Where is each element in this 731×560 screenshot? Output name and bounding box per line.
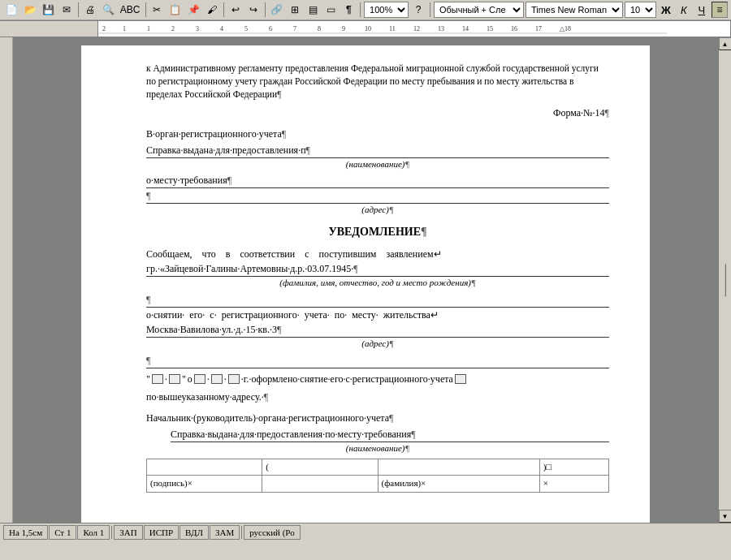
spell-button[interactable]: ABC (119, 2, 142, 18)
document-page: к Административному регламенту предостав… (81, 45, 650, 523)
sep5 (360, 2, 361, 17)
field-box-5 (228, 374, 240, 384)
vdl-status: ВДЛ (180, 525, 209, 540)
grazh-text: гр.·«Зайцевой·Галины·Артемовны·д.р.·03.0… (146, 263, 353, 274)
status-div-2 (241, 526, 242, 539)
redo-button[interactable]: ↪ (245, 2, 262, 18)
table-cell-4: )□ (539, 459, 608, 475)
title-text: УВЕДОМЛЕНИЕ (328, 226, 421, 238)
copy-button[interactable]: 📋 (167, 2, 184, 18)
vertical-ruler (0, 37, 13, 523)
vdl-label: ВДЛ (185, 528, 203, 537)
table-cell-7: (фамилия)× (378, 476, 539, 492)
organ-block: В·орган·регистрационного·учета¶ (146, 127, 609, 141)
svg-text:12: 12 (413, 25, 420, 32)
table-button[interactable]: ⊞ (287, 2, 303, 18)
nachalnik-text: Начальник·(руководитель)·органа·регистра… (146, 412, 389, 424)
format-painter[interactable]: 🖌 (204, 2, 220, 18)
page-label: На 1,5см (9, 528, 42, 537)
checkbox-row-block: " · " о · · ·г.·оформлено·снятие·его·с·р… (146, 372, 609, 386)
email-button[interactable]: ✉ (58, 2, 75, 18)
naim2-block: (наименование)¶ (146, 442, 609, 454)
open-button[interactable]: 📂 (22, 2, 39, 18)
font-dropdown[interactable]: Times New Roman (526, 2, 623, 18)
zoom-help[interactable]: ? (410, 2, 426, 18)
paste-button[interactable]: 📌 (185, 2, 202, 18)
svg-text:8: 8 (318, 25, 321, 32)
save-button[interactable]: 💾 (40, 2, 57, 18)
svg-text:2: 2 (102, 25, 106, 32)
size-dropdown[interactable]: 10 (625, 2, 656, 18)
italic-button[interactable]: К (676, 2, 692, 18)
table-cell-8: × (539, 476, 608, 492)
spravka-line1-text: Справка·выдана·для·предоставления·п (146, 144, 306, 156)
row-label: Кол 1 (83, 528, 104, 537)
svg-text:3: 3 (196, 25, 199, 32)
document-area[interactable]: к Административному регламенту предостав… (13, 37, 718, 523)
adres2-label-block: (адрес)¶ (146, 338, 609, 350)
main-area: к Административному регламенту предостав… (0, 37, 731, 523)
status-bar: На 1,5см Ст 1 Кол 1 ЗАП ИСПР ВДЛ ЗАМ рус… (0, 523, 731, 541)
para-2: ¶ (146, 292, 609, 308)
osnatii-block: о·снятии· его· с· регистрационного· учет… (146, 308, 609, 322)
naimenovanie-text: (наименование) (346, 159, 405, 169)
grazh-block: гр.·«Зайцевой·Галины·Артемовны·д.р.·03.0… (146, 261, 609, 277)
naim2-text: (наименование) (346, 443, 405, 453)
svg-text:6: 6 (269, 25, 272, 32)
cut-button[interactable]: ✂ (149, 2, 165, 18)
zoom-dropdown[interactable]: 100% (364, 2, 409, 18)
naimenovanie-block: (наименование)¶ (146, 158, 609, 170)
columns-button[interactable]: ▤ (305, 2, 321, 18)
header-text: к Административному регламенту предостав… (146, 63, 599, 99)
spravka-line2-text: Справка·выдана·для·предоставления·по·мес… (171, 429, 411, 440)
scroll-down-button[interactable]: ▼ (719, 510, 732, 523)
new-button[interactable]: 📄 (3, 2, 20, 18)
bold-button[interactable]: Ж (658, 2, 674, 18)
underline-button[interactable]: Ч (694, 2, 710, 18)
field-box-6 (455, 374, 466, 384)
quote-close: " (182, 372, 186, 386)
miestu-block: о·месту·требования¶ (146, 173, 609, 188)
scroll-thumb[interactable] (725, 264, 726, 296)
soobsh-block: Сообщаем, что в соответствии с поступивш… (146, 247, 609, 261)
para-line-1: ¶ (146, 188, 609, 204)
adr2-text: Москва·Вавилова·ул.·д.·15·кв.·3 (146, 324, 277, 335)
preview-button[interactable]: 🔍 (100, 2, 117, 18)
spravka-line2-block: Справка·выдана·для·предоставления·по·мес… (171, 427, 609, 442)
vertical-scrollbar[interactable]: ▲ ▼ (718, 37, 731, 523)
bottom-text: по·вышеуказанному·адресу.· (146, 391, 264, 403)
page-status: На 1,5см (3, 525, 48, 540)
svg-text:16: 16 (511, 25, 517, 32)
podpis-label: (подпись)× (150, 478, 192, 488)
sep4 (265, 2, 266, 17)
sep1 (78, 2, 79, 17)
print-button[interactable]: 🖨 (82, 2, 98, 18)
svg-text:13: 13 (438, 25, 444, 32)
hyperlink-button[interactable]: 🔗 (269, 2, 286, 18)
g-text: ·г.·оформлено·снятие·его·с·регистрационн… (241, 372, 453, 386)
status-div-1 (111, 526, 112, 539)
ispr-label: ИСПР (149, 528, 173, 537)
svg-text:1: 1 (123, 25, 126, 32)
toolbar-row-1: 📄 📂 💾 ✉ 🖨 🔍 ABC ✂ 📋 📌 🖌 ↩ ↪ 🔗 ⊞ ▤ ▭ ¶ 10… (0, 0, 731, 20)
undo-button[interactable]: ↩ (227, 2, 244, 18)
adr2-block: Москва·Вавилова·ул.·д.·15·кв.·3¶ (146, 322, 609, 338)
spravka-line1-block: Справка·выдана·для·предоставления·п¶ (146, 143, 609, 158)
table-cell-5: (подпись)× (147, 476, 262, 492)
para-mark-1: ¶ (277, 89, 281, 99)
adres-label-text-1: (адрес) (361, 205, 389, 214)
right-align-button[interactable]: ≡ (712, 2, 728, 18)
table-row-1: ( )□ (147, 459, 609, 475)
scroll-up-button[interactable]: ▲ (719, 37, 732, 50)
paragraph-button[interactable]: ¶ (340, 2, 357, 18)
dot-3: · (224, 372, 227, 386)
svg-text:△18: △18 (560, 25, 571, 32)
drawing-button[interactable]: ▭ (322, 2, 339, 18)
style-dropdown[interactable]: Обычный + Сле (434, 2, 524, 18)
o-text: о (188, 372, 192, 386)
svg-text:11: 11 (389, 25, 396, 32)
table-cell-2: ( (262, 459, 378, 475)
nachalnik-block: Начальник·(руководитель)·органа·регистра… (146, 411, 609, 425)
quote-open: " (146, 372, 150, 386)
forma-text: Форма·№·14 (553, 107, 605, 118)
